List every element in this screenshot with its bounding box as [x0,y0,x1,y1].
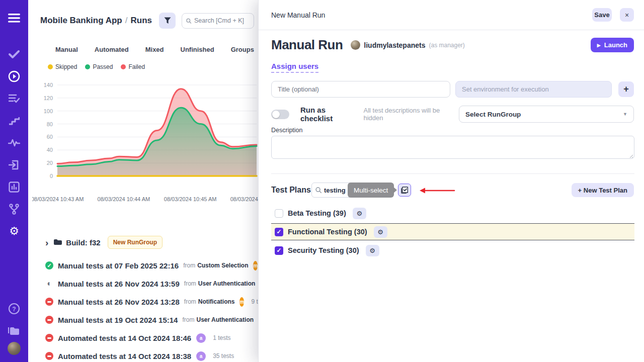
user-avatar[interactable] [8,342,21,355]
new-manual-run-panel: New Manual Run Save × Manual Run liudmyl… [258,0,644,362]
run-source[interactable]: Notifications [198,298,235,305]
search-icon [315,187,321,193]
section-divider [271,173,634,174]
run-title-input[interactable] [271,81,450,98]
run-row[interactable]: Automated tests at 14 Oct 2024 18:38a35 … [28,347,258,362]
run-row[interactable]: Manual tests at 26 Nov 2024 13:28fromNot… [28,293,258,311]
run-row[interactable]: Automated tests at 14 Oct 2024 18:46a1 t… [28,329,258,347]
tab-groups[interactable]: Groups [231,46,254,53]
run-title[interactable]: Manual tests at 19 Oct 2024 15:14 [58,316,178,324]
owner-avatar [351,40,360,50]
legend-item-skipped[interactable]: Skipped [48,63,77,70]
plan-settings-gear-icon[interactable]: ⚙ [374,226,387,238]
run-title[interactable]: Manual tests at 26 Nov 2024 13:28 [58,298,180,306]
environment-input[interactable] [455,81,612,98]
page-title: Manual Run [271,37,343,53]
chevron-right-icon[interactable]: › [45,238,48,247]
tab-unfinished[interactable]: Unfinished [181,46,214,53]
app-sidebar: ⚙ ? [0,0,28,362]
x-axis-label: 08/03/2024 10:43 AM [32,196,84,202]
test-plans-heading: Test Plans [271,186,311,195]
plan-name[interactable]: Functional Testing (30) [288,228,367,236]
branch-icon[interactable] [0,198,28,220]
svg-text:140: 140 [44,82,53,88]
legend-dot [48,64,53,69]
check-icon[interactable] [0,43,28,65]
x-axis-label: 08/03/2024 10:45 AM [164,196,217,202]
legend-item-failed[interactable]: Failed [121,63,145,70]
add-environment-button[interactable]: + [618,81,634,97]
run-source[interactable]: User Authentication [196,316,254,323]
test-plan-row[interactable]: Beta Testing (39)⚙ [271,205,634,222]
test-plan-row[interactable]: ✓Security Testing (30)⚙ [271,242,634,259]
gear-icon[interactable]: ⚙ [0,220,28,242]
status-failed-icon [45,352,53,360]
tab-mixed[interactable]: Mixed [145,46,164,53]
pulse-icon[interactable] [0,132,28,154]
tab-automated[interactable]: Automated [95,46,129,53]
svg-text:40: 40 [47,147,53,153]
svg-text:100: 100 [44,108,53,114]
checklist-hint: All test descriptions will be hidden [363,107,459,122]
run-play-icon[interactable] [0,65,28,87]
breadcrumb-project[interactable]: Mobile Banking App [40,16,122,25]
close-icon[interactable]: × [620,8,634,22]
projects-folder-icon[interactable] [0,320,28,342]
tab-manual[interactable]: Manual [55,46,78,53]
run-tests-count: 9 tests [251,298,258,305]
plan-checkbox[interactable]: ✓ [275,246,283,255]
new-test-plan-button[interactable]: + New Test Plan [572,183,634,197]
menu-icon[interactable] [0,7,28,29]
run-source[interactable]: Custom Selection [197,262,248,269]
svg-text:120: 120 [44,95,53,101]
svg-text:20: 20 [47,160,53,166]
multi-select-button[interactable] [398,184,411,197]
run-from-label: from [183,262,195,269]
search-icon [186,18,191,24]
breadcrumb: Mobile Banking App/Runs [40,16,152,26]
rungroup-select[interactable]: Select RunGroup ▼ [459,106,634,123]
launch-button[interactable]: ▶ Launch [591,38,634,52]
plan-name[interactable]: Security Testing (30) [288,246,359,254]
steps-icon[interactable] [0,110,28,132]
checkbox-icon [401,187,408,194]
plan-checkbox[interactable]: ✓ [275,228,283,236]
run-as-checklist-toggle[interactable] [271,110,289,119]
assign-users-link[interactable]: Assign users [271,62,318,73]
owner-name[interactable]: liudmylastepanets [364,41,425,49]
save-button[interactable]: Save [592,8,612,22]
rungroup-row[interactable]: ›Build: f32New RunGroup [28,232,258,252]
run-title[interactable]: Automated tests at 14 Oct 2024 18:38 [58,352,191,360]
run-title[interactable]: Manual tests at 26 Nov 2024 13:59 [58,280,180,288]
legend-item-passed[interactable]: Passed [85,63,113,70]
plan-checkbox[interactable] [275,209,283,218]
plan-settings-gear-icon[interactable]: ⚙ [353,208,366,219]
search-input[interactable] [194,17,250,24]
test-plan-row[interactable]: ✓Functional Testing (30)⚙ [271,223,634,240]
svg-text:0: 0 [50,173,53,179]
sign-in-icon[interactable] [0,154,28,176]
multi-select-tooltip: Multi-select [348,183,394,198]
run-row[interactable]: Manual tests at 07 Feb 2025 22:16fromCus… [28,256,258,275]
checklist-icon[interactable] [0,87,28,110]
plan-name[interactable]: Beta Testing (39) [288,209,346,217]
run-from-label: from [184,280,196,287]
description-textarea[interactable] [271,136,634,159]
run-title[interactable]: Manual tests at 07 Feb 2025 22:16 [58,261,179,270]
global-search[interactable] [182,13,254,29]
help-icon[interactable]: ? [0,298,28,320]
analytics-icon[interactable] [0,176,28,198]
chart-x-axis: 08/03/2024 10:43 AM08/03/2024 10:44 AM08… [32,196,258,203]
run-title[interactable]: Automated tests at 14 Oct 2024 18:46 [58,334,191,342]
runs-trend-chart: SkippedPassedFailed 020406080100120140 0… [32,63,258,203]
run-row[interactable]: Manual tests at 19 Oct 2024 15:14fromUse… [28,311,258,329]
run-row[interactable]: ◐Manual tests at 26 Nov 2024 13:59fromUs… [28,275,258,293]
plan-settings-gear-icon[interactable]: ⚙ [366,245,379,256]
legend-dot [121,64,126,69]
breadcrumb-page: Runs [131,16,152,25]
folder-icon [53,239,62,246]
legend-dot [85,64,90,69]
status-failed-icon [45,334,53,342]
run-source[interactable]: User Authentication [198,280,256,287]
filter-button[interactable] [159,13,176,29]
